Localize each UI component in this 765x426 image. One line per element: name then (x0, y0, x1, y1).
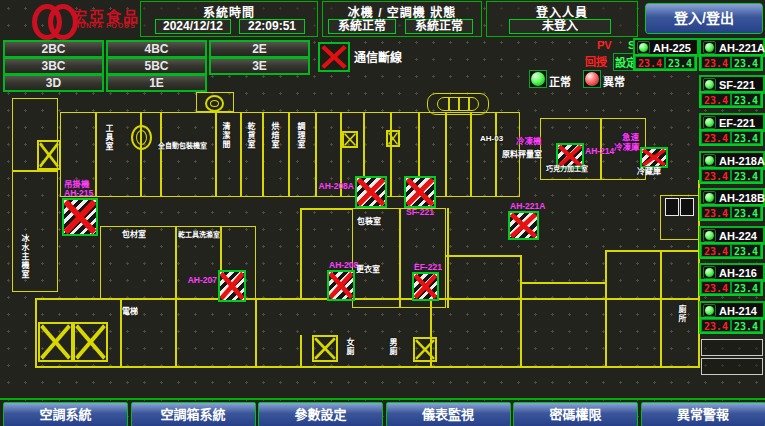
unit-values-ah-216: 23.423.4 (699, 279, 763, 296)
unit-values-ef-221: 23.423.4 (699, 129, 763, 146)
unit-name-label: AH-221A (719, 42, 765, 54)
wall (605, 250, 607, 368)
menu-button-5[interactable]: 密碼權限 (513, 402, 638, 426)
wall (520, 282, 605, 284)
ahu-equipment-icon[interactable]: AH-208A (355, 176, 387, 208)
shaft-icon (386, 130, 400, 147)
shaft-icon (38, 322, 73, 362)
login-person-label: 登入人員 (487, 3, 637, 20)
unit-name-label: AH-216 (719, 267, 757, 279)
logo-subtext: HUNYA FOODS (74, 22, 136, 29)
menu-button-6[interactable]: 異常警報 (641, 402, 765, 426)
menu-button-2[interactable]: 空調箱系統 (131, 402, 256, 426)
comm-fail-icon (318, 42, 350, 72)
wall (300, 208, 352, 210)
ahu-equipment-icon[interactable]: AH-207 (218, 270, 246, 302)
floor-button-2bc[interactable]: 2BC (3, 40, 104, 58)
floor-button-2e[interactable]: 2E (209, 40, 310, 58)
unit-sv-value: 23.4 (731, 93, 761, 106)
shaft-icon (37, 140, 61, 170)
comm-fail-label: 通信斷線 (354, 48, 402, 65)
wall (35, 298, 700, 300)
unit-name-label: AH-218A (719, 155, 765, 167)
ahu-equipment-icon[interactable]: 吊掛機AH-215 (62, 198, 98, 236)
unit-sv-value: 23.4 (731, 281, 761, 294)
ahu-equipment-icon[interactable] (640, 147, 668, 168)
unit-name-label: AH-218B (719, 192, 765, 204)
unit-name-label: AH-225 (653, 42, 691, 54)
room-label: 冷藏庫 (637, 167, 661, 176)
room-label: 冷凍機 (516, 137, 542, 146)
equipment-label: AH-208A (319, 182, 354, 191)
wall (140, 112, 142, 197)
wall (160, 112, 162, 197)
room-label: 包材室 (122, 230, 146, 239)
main-menu-bar: 空調系統空調箱系統參數設定儀表監視密碼權限異常警報 (0, 398, 765, 426)
wall (95, 112, 97, 197)
wall (520, 255, 522, 300)
wall (300, 335, 302, 368)
wall (255, 298, 257, 368)
wall (447, 208, 449, 308)
empty-unit-slot (701, 339, 763, 356)
unit-name-label: AH-214 (719, 305, 757, 317)
unit-status-led (703, 41, 716, 54)
unit-values-ah-225: 23.423.4 (633, 54, 697, 71)
unit-pv-value: 23.4 (701, 93, 731, 106)
shaft-icon (73, 322, 108, 362)
unit-name-label: EF-221 (719, 117, 755, 129)
floor-button-3e[interactable]: 3E (209, 57, 310, 75)
login-panel: 登入人員 未登入 (486, 1, 638, 37)
floor-button-4bc[interactable]: 4BC (106, 40, 207, 58)
wall (12, 170, 58, 292)
room-label: 巧克力加工室 (546, 164, 588, 173)
wall (445, 112, 447, 197)
wall (470, 112, 472, 197)
unit-sv-value: 23.4 (731, 206, 761, 219)
unit-sv-value: 23.4 (731, 244, 761, 257)
unit-values-ah-214: 23.423.4 (699, 317, 763, 334)
floor-button-3d[interactable]: 3D (3, 74, 104, 92)
floor-button-5bc[interactable]: 5BC (106, 57, 207, 75)
menu-button-3[interactable]: 參數設定 (258, 402, 383, 426)
equipment-label: AH-214 (585, 147, 614, 156)
menu-button-4[interactable]: 儀表監視 (386, 402, 511, 426)
unit-pv-value: 23.4 (701, 319, 731, 332)
floor-button-3bc[interactable]: 3BC (3, 57, 104, 75)
ahu-equipment-icon[interactable]: AH-208 (327, 270, 355, 301)
chiller-status-value: 系統正常 (328, 19, 396, 34)
unit-sv-value: 23.4 (665, 56, 695, 69)
login-status-value: 未登入 (509, 19, 611, 34)
wall (445, 255, 522, 257)
unit-name-label: AH-224 (719, 230, 757, 242)
unit-status-led (703, 116, 716, 129)
unit-pv-value: 23.4 (701, 206, 731, 219)
menu-button-1[interactable]: 空調系統 (3, 402, 128, 426)
wall (288, 112, 290, 197)
wall (35, 298, 37, 368)
abnormal-led-icon (583, 70, 601, 88)
unit-values-ah-218b: 23.423.4 (699, 204, 763, 221)
unit-status-led (637, 41, 650, 54)
unit-status-led (703, 191, 716, 204)
system-clock-value: 22:09:51 (239, 19, 305, 34)
wall (240, 112, 242, 197)
unit-values-sf-221: 23.423.4 (699, 91, 763, 108)
unit-status-led (703, 266, 716, 279)
ahu-equipment-icon[interactable]: SF-221 (404, 176, 436, 208)
unit-pv-value: 23.4 (701, 56, 731, 69)
unit-status-led (703, 154, 716, 167)
ahu-equipment-icon[interactable]: EF-221 (412, 272, 439, 301)
floor-button-1e[interactable]: 1E (106, 74, 207, 92)
room-label: 乾工具洗滌室 (178, 230, 220, 239)
machine-status-label: 冰機 / 空調機 狀態 (323, 3, 481, 20)
ahu-equipment-icon[interactable]: AH-221A (508, 211, 539, 240)
room-label: 原料秤量室 (502, 150, 542, 159)
pv-header-label: PV (597, 39, 612, 51)
login-logout-button[interactable]: 登入/登出 (645, 3, 763, 34)
equipment-label: AH-208 (329, 261, 358, 270)
ac-status-value: 系統正常 (405, 19, 473, 34)
feedback-header-label: 回授 (585, 53, 607, 69)
room-label: 廁所 (677, 305, 686, 323)
equipment-label: EF-221 (414, 263, 442, 272)
